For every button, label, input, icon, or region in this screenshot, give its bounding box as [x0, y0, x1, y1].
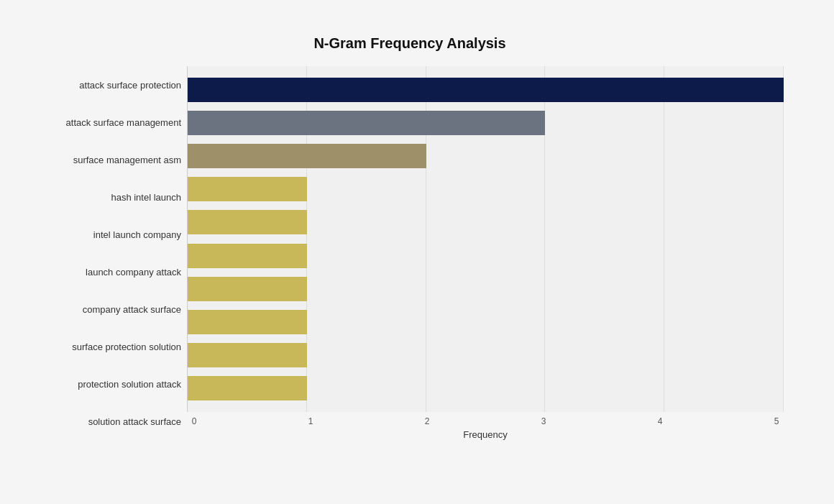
- x-tick: 2: [420, 416, 434, 426]
- y-label: launch company attack: [86, 253, 181, 290]
- bar-row: [188, 141, 784, 171]
- x-tick: 0: [187, 416, 201, 426]
- x-axis: 012345: [187, 412, 784, 426]
- bar-row: [188, 241, 784, 271]
- bar-row: [188, 75, 784, 105]
- bar: [188, 78, 784, 102]
- bar-row: [188, 174, 784, 204]
- x-tick: 3: [536, 416, 551, 426]
- x-tick: 4: [653, 416, 667, 426]
- y-label: attack surface protection: [79, 66, 181, 104]
- y-label: protection solution attack: [78, 365, 181, 403]
- bar: [188, 210, 307, 234]
- bar: [188, 177, 307, 201]
- bar: [188, 277, 307, 301]
- bar: [188, 244, 307, 268]
- x-tick: 5: [769, 416, 784, 426]
- y-label: intel launch company: [93, 216, 181, 253]
- bar: [188, 144, 426, 168]
- y-label: company attack surface: [83, 290, 181, 328]
- bars-and-axis: 012345 Frequency: [187, 66, 784, 440]
- x-tick: 1: [303, 416, 318, 426]
- y-labels: attack surface protectionattack surface …: [36, 66, 187, 440]
- bar-row: [188, 340, 784, 370]
- chart-title: N-Gram Frequency Analysis: [36, 35, 784, 52]
- bar: [188, 376, 307, 400]
- chart-area: attack surface protectionattack surface …: [36, 66, 784, 440]
- y-label: surface management asm: [73, 141, 181, 178]
- bar-row: [188, 274, 784, 304]
- y-label: hash intel launch: [111, 178, 181, 216]
- y-label: surface protection solution: [72, 328, 181, 365]
- chart-container: N-Gram Frequency Analysis attack surface…: [22, 21, 812, 483]
- x-axis-label: Frequency: [187, 429, 784, 440]
- y-label: solution attack surface: [88, 403, 181, 440]
- bar: [188, 343, 307, 367]
- bar-row: [188, 207, 784, 237]
- bars-wrapper: [187, 66, 784, 412]
- bar-row: [188, 307, 784, 337]
- bar: [188, 111, 545, 135]
- y-label: attack surface management: [66, 104, 181, 141]
- bar: [188, 310, 307, 334]
- bar-row: [188, 373, 784, 403]
- bar-row: [188, 108, 784, 138]
